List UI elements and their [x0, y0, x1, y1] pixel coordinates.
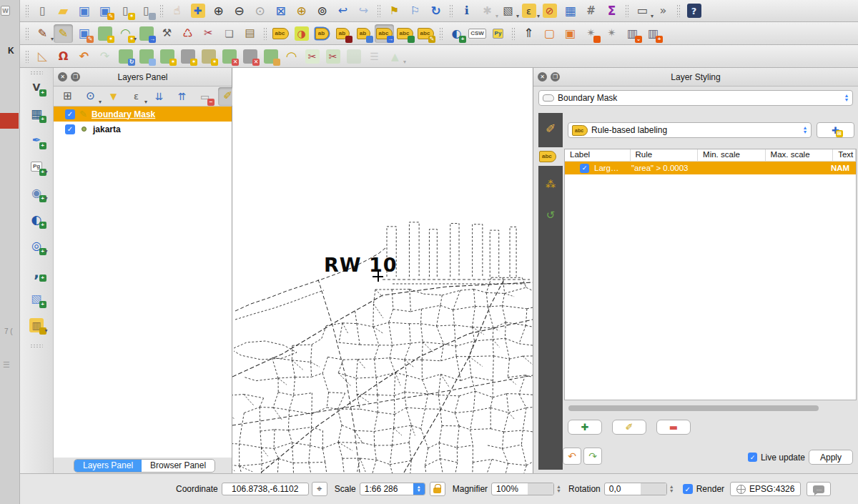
redo-style-button[interactable]: ↷ — [583, 448, 602, 465]
refresh-map-button[interactable]: ↻ — [426, 1, 445, 20]
toolbar-handle[interactable] — [511, 27, 516, 40]
add-circular-string-button[interactable]: ◠✶▾ — [116, 24, 135, 43]
toolbar-overflow-button[interactable]: » — [654, 1, 673, 20]
select-frame-button[interactable]: ▢ — [540, 24, 559, 43]
composer-manager-button[interactable]: ▯ — [137, 1, 156, 20]
add-feature-button[interactable]: ✶ — [95, 24, 114, 43]
labeling-mode-combobox[interactable]: abc Rule-based labeling ▲▼ — [568, 122, 812, 138]
move-label-button[interactable]: abc→ — [375, 24, 394, 43]
style-add-book-button[interactable]: ▥+ — [644, 24, 663, 43]
add-spatialite-layer-button[interactable]: ✒+ — [27, 131, 46, 149]
filter-legend-button[interactable]: ▼ — [104, 87, 123, 106]
save-project-as-button[interactable]: ▣✎ — [95, 1, 114, 20]
remove-rule-button[interactable]: ▬ — [656, 420, 691, 435]
coordinate-input[interactable]: 106.8738,-6.1102 — [222, 483, 309, 495]
copy-features-button[interactable]: ❏ — [220, 24, 239, 43]
add-ring-button[interactable]: ✶ — [157, 47, 177, 66]
column-header-text[interactable]: Text — [833, 149, 856, 161]
add-rule-button[interactable]: ✚ — [568, 420, 602, 435]
automated-placement-button[interactable]: ✚⊞ — [817, 122, 854, 138]
mouse-position-toggle-button[interactable]: ⌖ — [312, 482, 327, 496]
dropdown-arrow-icon[interactable]: ▾ — [44, 195, 47, 202]
layer-checkbox[interactable]: ✓ — [65, 109, 75, 119]
redo-edits-button[interactable]: ↷ — [95, 47, 114, 66]
history-tab[interactable]: ↺ — [538, 203, 563, 227]
toolbar-handle[interactable] — [159, 4, 164, 17]
detach-panel-button[interactable]: ❐ — [71, 72, 80, 81]
dropdown-arrow-icon[interactable]: ▾ — [403, 59, 406, 65]
add-group-button[interactable]: ⊞ — [58, 87, 77, 106]
open-project-button[interactable]: ▰ — [54, 1, 73, 20]
messages-button[interactable]: … — [807, 482, 831, 496]
detach-panel-button[interactable]: ❐ — [551, 72, 560, 81]
extent-frame-button[interactable]: ▣ — [561, 24, 580, 43]
rotate-point-symbols-button[interactable]: ▲▾ — [385, 47, 405, 66]
select-features-button[interactable]: ▧▾ — [498, 1, 518, 20]
new-project-button[interactable]: ▯ — [33, 1, 52, 20]
north-arrow-button[interactable]: ⇑ — [519, 24, 538, 43]
horizontal-scrollbar[interactable] — [568, 405, 819, 411]
rotate-feature-button[interactable]: ↻ — [116, 47, 135, 66]
delete-part-button[interactable]: ✕ — [240, 47, 260, 66]
split-features-button[interactable]: ✂ — [302, 47, 322, 66]
pan-map-button[interactable]: ☝ — [167, 1, 187, 20]
dropdown-arrow-icon[interactable]: ▾ — [44, 248, 47, 255]
tab-browser-panel[interactable]: Browser Panel — [142, 460, 214, 472]
edit-rule-button[interactable]: ✐ — [612, 420, 646, 435]
run-feature-action-button[interactable]: ✱▾ — [478, 1, 497, 20]
highlight-pinned-labels-button[interactable]: ab — [312, 24, 332, 43]
style-dock-book-button[interactable]: ▥⌄ — [623, 24, 642, 43]
toolbar-handle[interactable] — [30, 71, 43, 75]
layer-selector-combobox[interactable]: Boundary Mask ▲▼ — [538, 90, 853, 106]
column-header-max-scale[interactable]: Max. scale — [766, 149, 834, 161]
fill-ring-button[interactable]: ✶ — [199, 47, 218, 66]
collapse-all-button[interactable]: ⇈ — [172, 87, 192, 106]
split-parts-button[interactable]: ✂ — [323, 47, 342, 66]
live-update-checkbox[interactable]: ✓ — [748, 453, 757, 462]
dropdown-arrow-icon[interactable]: ▾ — [99, 99, 102, 105]
help-contents-button[interactable]: ? — [684, 1, 704, 20]
deselect-all-button[interactable]: ⊘ — [540, 1, 559, 20]
scale-dropdown-icon[interactable]: ▲▼ — [413, 483, 425, 495]
toolbar-handle[interactable] — [676, 4, 681, 17]
labels-tab[interactable]: abc — [538, 147, 563, 166]
move-feature-button[interactable]: → — [137, 24, 156, 43]
measure-line-button[interactable]: ▭▾ — [633, 1, 652, 20]
add-vector-layer-button[interactable]: V+ — [27, 78, 46, 97]
simplify-feature-button[interactable] — [137, 47, 156, 66]
cut-features-button[interactable]: ✂ — [199, 24, 218, 43]
zoom-in-button[interactable]: ⊕ — [209, 1, 228, 20]
topology-wand-button[interactable]: ✴ — [581, 24, 601, 43]
rotation-input[interactable]: 0,0 — [604, 483, 667, 495]
delete-ring-button[interactable]: ✕ — [220, 47, 239, 66]
zoom-next-button[interactable]: ↪ — [354, 1, 373, 20]
new-shapefile-layer-button[interactable]: ▧+ — [27, 290, 46, 308]
add-wms-layer-button[interactable]: ◐+ — [27, 210, 46, 229]
save-project-button[interactable]: ▣ — [74, 1, 94, 20]
filter-legend-by-expression-button[interactable]: ε▾ — [127, 87, 146, 106]
toolbar-handle[interactable] — [377, 4, 381, 17]
metasearch-button[interactable]: ◐+ — [447, 24, 466, 43]
paste-features-button[interactable]: ▤ — [240, 24, 260, 43]
toolbar-handle[interactable] — [25, 50, 29, 63]
change-label-button[interactable]: abc✎ — [416, 24, 435, 43]
expand-all-button[interactable]: ⇊ — [149, 87, 169, 106]
open-attribute-table-button[interactable]: ▦ — [561, 1, 580, 20]
pin-unpin-labels-button[interactable]: ab — [333, 24, 352, 43]
node-tool-button[interactable]: ⚒ — [157, 24, 177, 43]
toolbar-handle[interactable] — [25, 27, 29, 40]
new-print-composer-button[interactable]: ▯✶ — [116, 1, 135, 20]
new-virtual-layer-button[interactable]: ▥▾ — [27, 316, 46, 335]
show-bookmarks-button[interactable]: ⚐ — [405, 1, 425, 20]
zoom-native-resolution-button[interactable]: ⊙ — [250, 1, 270, 20]
layer-labeling-options-button[interactable]: abc — [271, 24, 290, 43]
pan-to-selection-button[interactable]: ✚ — [188, 1, 207, 20]
advanced-digitizing-tools-button[interactable]: ◺ — [33, 47, 52, 66]
save-layer-edits-button[interactable]: ▣✎ — [74, 24, 94, 43]
apply-button[interactable]: Apply — [809, 450, 853, 465]
snapping-options-button[interactable]: Ω — [54, 47, 73, 66]
toolbar-handle[interactable] — [439, 27, 443, 40]
identify-features-button[interactable]: ℹ — [457, 1, 476, 20]
undo-style-button[interactable]: ↶ — [563, 448, 581, 465]
layer-item-boundary-mask[interactable]: ✓ ✎ Boundary Mask — [54, 107, 232, 122]
